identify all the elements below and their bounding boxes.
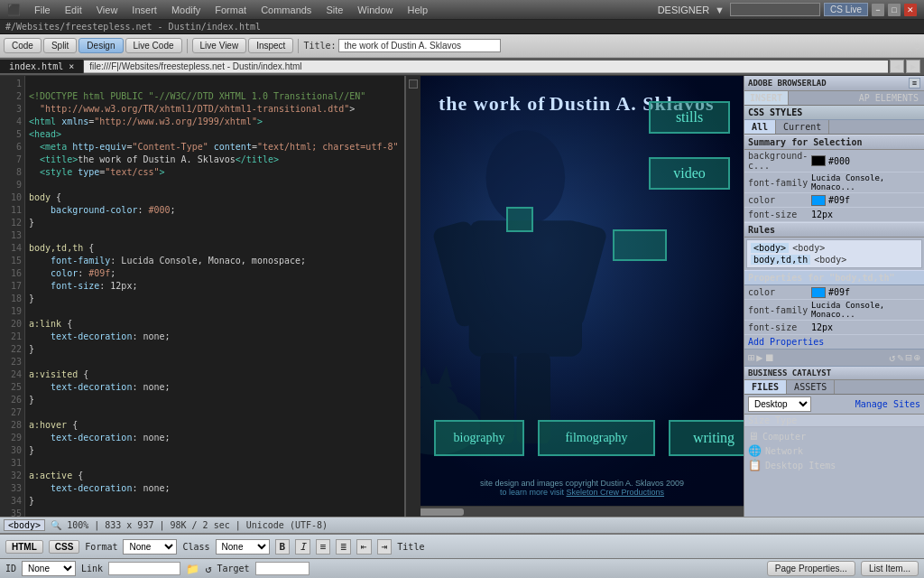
page-properties-btn[interactable]: Page Properties... — [767, 561, 855, 576]
tab-all[interactable]: All — [744, 120, 776, 134]
nav-small1-button[interactable] — [506, 207, 533, 232]
panel-icon-7[interactable]: ⊕ — [914, 351, 920, 364]
menu-help[interactable]: Help — [402, 3, 432, 17]
doc-tab[interactable]: index.html × — [0, 60, 84, 73]
status-tag[interactable]: <body> — [4, 519, 45, 531]
footer-link[interactable]: to learn more visit Skeleton Crew Produc… — [420, 488, 744, 497]
live-view-button[interactable]: Live View — [192, 38, 247, 53]
site-title-pre: the work of — [439, 92, 546, 115]
file-item-network[interactable]: 🌐 Network — [748, 443, 920, 458]
file-size: 98K / 2 sec — [170, 520, 229, 530]
menu-window[interactable]: Window — [353, 3, 397, 17]
tab-current[interactable]: Current — [776, 120, 829, 134]
window-controls: DESIGNER ▼ CS Live − □ ✕ — [658, 3, 917, 16]
bc-tab-files[interactable]: FILES — [744, 380, 787, 394]
panel-menu-btn[interactable]: ≡ — [909, 78, 920, 89]
nav-filmography-button[interactable]: filmography — [538, 420, 655, 456]
horizontal-scrollbar[interactable] — [406, 506, 744, 517]
rule-selector-1[interactable]: <body> — [751, 243, 789, 253]
panel-icon-6[interactable]: ⊟ — [906, 351, 912, 364]
search-icon: ▼ — [715, 5, 725, 15]
menu-edit[interactable]: Edit — [60, 3, 87, 17]
italic-btn[interactable]: I — [295, 539, 310, 555]
panel-icon-5[interactable]: ✎ — [897, 351, 903, 364]
toolbar-icon-1[interactable]: ⚙ — [914, 40, 920, 52]
dw-logo: ⬛ — [7, 4, 21, 16]
code-editor[interactable]: <!DOCTYPE html PUBLIC "-//W3C//DTD XHTML… — [25, 76, 404, 517]
minimize-button[interactable]: − — [872, 4, 884, 16]
nav-biography-button[interactable]: biography — [434, 420, 524, 456]
css-props-btn[interactable]: CSS — [49, 540, 80, 554]
designer-label: DESIGNER — [658, 5, 709, 15]
indent-btn-1[interactable]: ⇤ — [356, 539, 372, 555]
nav-back[interactable]: ◀ — [890, 60, 904, 73]
link-browse-icon[interactable]: 📁 — [186, 563, 199, 575]
code-button[interactable]: Code — [4, 38, 42, 53]
file-item-computer[interactable]: 🖥 Computer — [748, 429, 920, 443]
title-label: Title: — [303, 41, 336, 51]
id-select[interactable]: None — [22, 561, 76, 576]
network-icon: 🌐 — [748, 444, 762, 457]
nav-video-button[interactable]: video — [649, 157, 730, 190]
split-button[interactable]: Split — [43, 38, 77, 53]
format-select[interactable]: None — [123, 539, 177, 555]
size-type-label: Size Type — [748, 415, 797, 425]
design-canvas[interactable]: the work of Dustin A. Sklavos stills vid… — [420, 76, 744, 506]
insert-tab[interactable]: INSERT — [744, 91, 789, 105]
body-color-swatch[interactable] — [811, 287, 826, 298]
file-path: #/Websites/freestepless.net - Dustin/ind… — [5, 22, 261, 32]
menu-file[interactable]: File — [30, 3, 55, 17]
body-properties: color #09f font-family Lucida Console, M… — [744, 285, 924, 335]
separator-3: | — [236, 520, 241, 530]
list-btn-2[interactable]: ≣ — [336, 539, 351, 555]
menu-insert[interactable]: Insert — [127, 3, 162, 17]
bold-btn[interactable]: B — [275, 539, 291, 555]
ap-elements-tab[interactable]: AP ELEMENTS — [854, 91, 924, 105]
inspect-button[interactable]: Inspect — [248, 38, 293, 53]
rule-selector-2[interactable]: body,td,th — [751, 255, 810, 265]
indent-btn-2[interactable]: ⇥ — [377, 539, 393, 555]
panel-icon-4[interactable]: ↺ — [889, 351, 895, 364]
maximize-button[interactable]: □ — [888, 4, 901, 16]
cs-live-button[interactable]: CS Live — [824, 3, 868, 16]
menu-modify[interactable]: Modify — [167, 3, 205, 17]
bg-color-swatch[interactable] — [811, 155, 826, 166]
target-input[interactable] — [255, 562, 310, 575]
manage-sites-link[interactable]: Manage Sites — [855, 399, 920, 409]
bc-tab-assets[interactable]: ASSETS — [787, 380, 835, 394]
properties-bar-2: ID None Link 📁 ↺ Target Page Properties.… — [0, 558, 924, 578]
design-pane: the work of Dustin A. Sklavos stills vid… — [406, 76, 744, 517]
link-input[interactable] — [108, 562, 180, 575]
bc-panel-header: BUSINESS CATALYST — [744, 367, 924, 380]
list-btn-1[interactable]: ≡ — [316, 539, 331, 555]
color-swatch[interactable] — [811, 195, 826, 206]
panel-icon-2[interactable]: ▶ — [756, 351, 762, 364]
panel-icon-1[interactable]: ⊞ — [748, 351, 754, 364]
css-mode-tabs: All Current — [744, 120, 924, 135]
html-props-btn[interactable]: HTML — [5, 540, 43, 554]
nav-writing-button[interactable]: writing — [669, 420, 744, 456]
list-item-btn[interactable]: List Item... — [861, 561, 919, 576]
nav-forward[interactable]: ▶ — [906, 60, 920, 73]
page-title-input[interactable] — [338, 39, 501, 52]
add-properties-link[interactable]: Add Properties — [744, 335, 924, 349]
file-item-desktop[interactable]: 📋 Desktop Items — [748, 458, 920, 472]
panel-icon-3[interactable]: ⏹ — [764, 351, 775, 364]
refresh-icon[interactable]: ↺ — [205, 563, 211, 575]
nav-small2-button[interactable] — [613, 229, 667, 261]
address-input[interactable] — [84, 61, 888, 73]
class-select[interactable]: None — [216, 539, 270, 555]
menu-site[interactable]: Site — [321, 3, 347, 17]
menu-format[interactable]: Format — [210, 3, 251, 17]
nav-stills-button[interactable]: stills — [649, 101, 730, 134]
zoom-icon: 🔍 — [51, 520, 61, 530]
menu-view[interactable]: View — [92, 3, 123, 17]
search-input[interactable] — [730, 3, 820, 16]
close-button[interactable]: ✕ — [904, 4, 917, 16]
menu-commands[interactable]: Commands — [256, 3, 316, 17]
main-area: 12345 678910 1112131415 1617181920 21222… — [0, 76, 924, 517]
live-code-button[interactable]: Live Code — [125, 38, 182, 53]
computer-icon: 🖥 — [748, 430, 759, 443]
location-select[interactable]: Desktop — [748, 396, 811, 412]
design-button[interactable]: Design — [79, 38, 123, 53]
